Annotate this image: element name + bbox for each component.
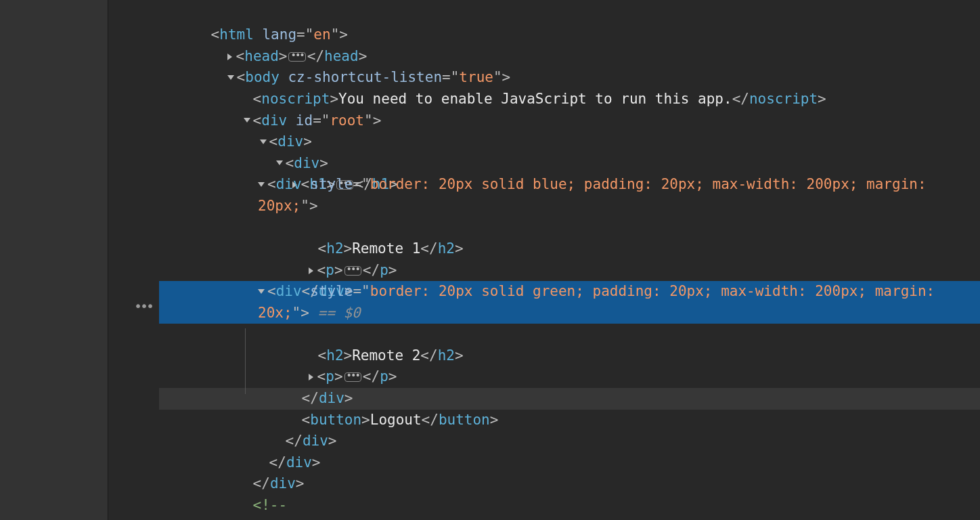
collapse-icon[interactable]: [276, 160, 283, 165]
tree-depth-guide: [245, 328, 246, 394]
expand-icon[interactable]: [309, 374, 313, 381]
tree-row-styled-div-green-selected[interactable]: <div style="border: 20px solid green; pa…: [159, 281, 980, 324]
ellipsis-icon[interactable]: •••: [344, 266, 361, 276]
collapse-icon[interactable]: [258, 289, 265, 294]
collapse-icon[interactable]: [258, 182, 265, 187]
expand-icon[interactable]: [227, 53, 232, 60]
devtools-sidebar: [0, 0, 108, 520]
collapse-icon[interactable]: [227, 75, 234, 80]
collapse-icon[interactable]: [260, 139, 267, 144]
tree-row-h2[interactable]: <h2>Remote 1</h2>: [159, 217, 980, 238]
expand-icon[interactable]: [309, 267, 313, 274]
gutter-overflow-dots[interactable]: •••: [134, 298, 152, 314]
devtools-gutter: •••: [108, 0, 159, 520]
ellipsis-icon[interactable]: •••: [344, 372, 361, 382]
tree-row-html[interactable]: <html lang="en">: [159, 3, 980, 25]
tree-row-styled-div-blue[interactable]: <div style="border: 20px solid blue; pad…: [159, 174, 980, 217]
devtools-dom-tree[interactable]: <!DOCTYPE html> <html lang="en"> <head>•…: [159, 0, 980, 520]
tree-row-h2[interactable]: <h2>Remote 2</h2>: [159, 324, 980, 345]
selected-node-reference: == $0: [309, 305, 361, 321]
collapse-icon[interactable]: [244, 118, 250, 123]
ellipsis-icon[interactable]: •••: [288, 52, 305, 62]
